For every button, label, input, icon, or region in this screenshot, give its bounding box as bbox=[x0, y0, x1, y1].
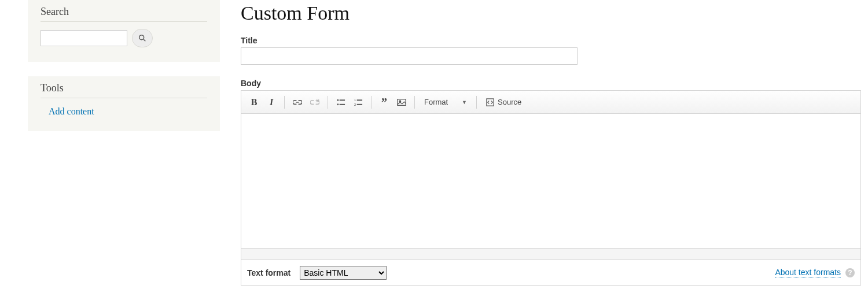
italic-button[interactable]: I bbox=[263, 94, 279, 110]
image-icon bbox=[397, 98, 406, 106]
svg-point-0 bbox=[139, 35, 144, 40]
blockquote-button[interactable]: ” bbox=[376, 94, 392, 110]
text-format-label: Text format bbox=[247, 268, 290, 277]
bold-icon: B bbox=[251, 97, 258, 108]
svg-point-13 bbox=[399, 100, 401, 102]
title-label: Title bbox=[241, 36, 861, 45]
svg-line-1 bbox=[144, 39, 145, 41]
main-content: Custom Form Title Body B I bbox=[220, 0, 868, 286]
search-block: Search bbox=[28, 0, 220, 62]
bold-button[interactable]: B bbox=[246, 94, 262, 110]
toolbar-separator bbox=[414, 96, 415, 109]
body-content-area[interactable] bbox=[241, 114, 860, 248]
link-button[interactable] bbox=[289, 94, 306, 110]
help-icon[interactable]: ? bbox=[845, 268, 855, 277]
toolbar-separator bbox=[284, 96, 285, 109]
toolbar-separator bbox=[371, 96, 372, 109]
title-input[interactable] bbox=[241, 47, 578, 65]
about-text-formats-link[interactable]: About text formats bbox=[775, 268, 841, 277]
unlink-button bbox=[307, 94, 323, 110]
unlink-icon bbox=[310, 99, 319, 106]
italic-icon: I bbox=[270, 97, 273, 108]
search-icon bbox=[138, 34, 147, 43]
source-icon bbox=[486, 98, 494, 106]
body-label: Body bbox=[241, 79, 861, 88]
page-title: Custom Form bbox=[241, 2, 861, 24]
sidebar: Search Tools Add content bbox=[0, 0, 220, 146]
editor-toolbar: B I bbox=[241, 91, 860, 114]
svg-rect-7 bbox=[339, 103, 344, 105]
search-button[interactable] bbox=[132, 29, 153, 47]
numbered-list-button[interactable]: 12 bbox=[350, 94, 366, 110]
format-dropdown-label: Format bbox=[424, 98, 448, 106]
source-label: Source bbox=[498, 98, 521, 106]
svg-text:2: 2 bbox=[354, 102, 356, 106]
svg-rect-5 bbox=[339, 99, 344, 101]
toolbar-separator bbox=[328, 96, 328, 109]
tools-block-title: Tools bbox=[41, 82, 207, 98]
search-row bbox=[41, 29, 207, 47]
svg-rect-11 bbox=[356, 103, 362, 105]
editor-resize-handle[interactable] bbox=[241, 248, 860, 260]
text-format-select[interactable]: Basic HTML bbox=[300, 266, 387, 280]
chevron-down-icon: ▼ bbox=[462, 99, 467, 105]
body-editor: B I bbox=[241, 90, 861, 260]
bullet-list-button[interactable] bbox=[333, 94, 349, 110]
tools-block: Tools Add content bbox=[28, 76, 220, 131]
svg-rect-9 bbox=[356, 99, 362, 101]
link-icon bbox=[293, 99, 302, 105]
image-button[interactable] bbox=[393, 94, 410, 110]
source-button[interactable]: Source bbox=[481, 94, 526, 110]
paragraph-format-dropdown[interactable]: Format ▼ bbox=[420, 94, 472, 110]
search-input[interactable] bbox=[41, 30, 127, 46]
blockquote-icon: ” bbox=[381, 99, 387, 105]
toolbar-separator bbox=[476, 96, 477, 109]
add-content-link[interactable]: Add content bbox=[49, 106, 94, 117]
svg-text:1: 1 bbox=[354, 98, 356, 102]
bullet-list-icon bbox=[337, 98, 345, 106]
numbered-list-icon: 12 bbox=[354, 98, 363, 106]
text-format-bar: Text format Basic HTML About text format… bbox=[241, 260, 861, 286]
search-block-title: Search bbox=[41, 6, 207, 22]
svg-point-4 bbox=[337, 99, 339, 101]
svg-point-6 bbox=[337, 103, 339, 105]
